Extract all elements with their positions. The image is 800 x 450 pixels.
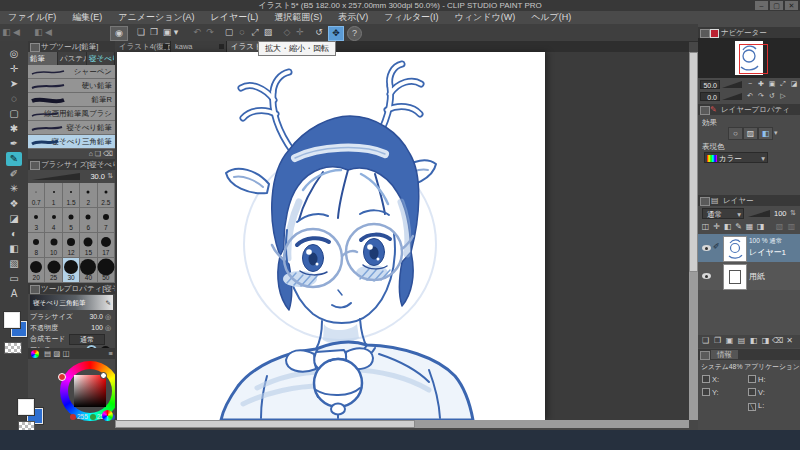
panel-collapse-icon[interactable] [30, 285, 40, 294]
brush-item[interactable]: 鉛筆R [28, 93, 115, 107]
tab-close-icon[interactable] [219, 44, 224, 49]
transform-button[interactable]: ⤢ [248, 26, 262, 39]
layer-opacity-value[interactable]: 100 [774, 209, 787, 218]
layer-name[interactable]: レイヤー1 [749, 247, 786, 258]
size-cell[interactable]: 12 [63, 233, 80, 258]
size-cell[interactable]: 8 [28, 233, 45, 258]
rotation-value[interactable]: 0.0 [700, 92, 720, 101]
reset-rotation-icon[interactable]: ↺ [767, 91, 777, 100]
visibility-eye-icon[interactable] [702, 245, 711, 251]
canvas-area[interactable] [115, 52, 689, 420]
lasso-select-button[interactable]: ◌ [235, 26, 249, 39]
help-button[interactable]: ? [347, 26, 362, 41]
pen-icon[interactable]: ✎ [106, 295, 111, 310]
color-tab-icon[interactable]: ▤ [44, 349, 51, 358]
brush-item-selected[interactable]: 寝そべり三角鉛筆 [28, 135, 115, 149]
brush-size-slider[interactable] [32, 173, 80, 180]
dock-collapse-icon[interactable]: ◧ [2, 26, 11, 39]
operation-tool-icon[interactable]: ➤ [6, 77, 22, 91]
clear-layer-icon[interactable]: ✕ [784, 335, 795, 346]
lock-layer-icon[interactable]: ▦ [744, 221, 755, 232]
brush-item[interactable]: 寝そべり鉛筆 [28, 121, 115, 135]
layer-name[interactable]: 用紙 [749, 271, 765, 282]
blend-mode-select[interactable]: 通常 [69, 334, 105, 345]
wand-tool-icon[interactable]: ✱ [6, 122, 22, 136]
pen-tool-icon[interactable]: ✒ [6, 137, 22, 151]
ruler-icon[interactable]: ▧ [774, 221, 785, 232]
new-layer-icon[interactable]: ❏ [700, 335, 711, 346]
checkbox-icon[interactable] [748, 388, 756, 396]
tab-close-icon[interactable] [163, 44, 168, 49]
size-cell[interactable]: 6 [80, 208, 97, 233]
airbrush-tool-icon[interactable]: ✳ [6, 182, 22, 196]
menu-selection[interactable]: 選択範囲(S) [266, 12, 330, 22]
size-cell[interactable]: 1.5 [63, 183, 80, 208]
magnifier-tool-icon[interactable]: ◎ [6, 47, 22, 61]
menu-edit[interactable]: 編集(E) [64, 12, 110, 22]
panel-collapse-icon[interactable] [700, 29, 710, 38]
lasso-tool-icon[interactable]: ◌ [6, 92, 22, 106]
blend-tool-icon[interactable]: ◐ [6, 227, 22, 241]
spinner-icon[interactable]: ⇅ [107, 172, 113, 180]
mask-icon[interactable]: ▥ [786, 221, 797, 232]
vertical-scrollbar[interactable] [689, 52, 698, 420]
tab-illust4[interactable]: イラスト4(復元)* [115, 41, 171, 52]
minimize-button[interactable]: – [755, 1, 768, 10]
subtool-tab-pencil[interactable]: 鉛筆 [28, 52, 58, 65]
zoom-in-icon[interactable]: ✚ [756, 79, 766, 88]
layer-row-layer1[interactable]: ✐ 100 % 通常 レイヤー1 [698, 234, 800, 263]
clip-mask-icon[interactable]: ◫ [700, 221, 711, 232]
text-tool-icon[interactable]: A [6, 287, 22, 301]
home-icon[interactable]: ⌂ [89, 150, 93, 157]
current-main-color[interactable] [18, 399, 34, 415]
pressure-icon[interactable]: ◎ [105, 312, 111, 322]
visibility-eye-icon[interactable] [702, 273, 711, 279]
delete-subtool-icon[interactable]: ⌫ [103, 150, 113, 157]
canvas-page[interactable] [117, 52, 545, 420]
size-cell[interactable]: 2.5 [98, 183, 115, 208]
size-cell[interactable]: 40 [80, 258, 97, 283]
dock-arrow2-icon[interactable]: ◀ [44, 26, 53, 39]
figure-tool-icon[interactable]: ▭ [6, 272, 22, 286]
size-cell[interactable]: 1 [45, 183, 62, 208]
subtool-tab-pastel[interactable]: パステル [58, 52, 87, 65]
brush-item[interactable]: 線画用鉛筆風ブラシ [28, 107, 115, 121]
panel-collapse-icon[interactable] [30, 43, 40, 52]
menu-view[interactable]: 表示(V) [330, 12, 376, 22]
layer-thumbnail[interactable] [723, 236, 747, 262]
tab-kawa[interactable]: kawa [171, 41, 227, 52]
draft-layer-icon[interactable]: ✎ [733, 221, 744, 232]
layer-color-icon[interactable]: ◧ [758, 127, 773, 140]
size-cell[interactable]: 2 [80, 183, 97, 208]
zoom-value[interactable]: 50.0 [700, 80, 720, 89]
color-wheel-tab-icon[interactable] [31, 350, 39, 358]
decoration-tool-icon[interactable]: ❖ [6, 197, 22, 211]
flip-icon[interactable]: ◪ [789, 79, 799, 88]
panel-collapse-icon[interactable] [700, 351, 710, 360]
zoom-slider[interactable] [722, 81, 742, 88]
eraser-tool-icon[interactable]: ◪ [6, 212, 22, 226]
layer-row-paper[interactable]: 用紙 [698, 262, 800, 291]
brush-item[interactable]: シャーペン [28, 65, 115, 79]
info-tab[interactable]: 情報 [711, 350, 738, 359]
layer-mask-icon[interactable]: ◧ [748, 335, 759, 346]
checkbox-icon[interactable] [702, 375, 710, 383]
size-cell[interactable]: 20 [28, 258, 45, 283]
expression-color-select[interactable]: カラー ▾ [704, 152, 768, 163]
panel-menu-icon[interactable]: ≡ [109, 348, 113, 359]
pressure-icon[interactable]: ◎ [105, 323, 111, 333]
size-cell[interactable]: 0.7 [28, 183, 45, 208]
size-cell[interactable]: 3 [28, 208, 45, 233]
color-tab-icon[interactable]: ◫ [62, 349, 69, 358]
open-file-button[interactable]: ❐ [147, 26, 161, 39]
layer-opacity-slider[interactable] [748, 210, 770, 217]
maximize-button[interactable]: ▢ [770, 1, 783, 10]
brush-item[interactable]: 硬い鉛筆 [28, 79, 115, 93]
tone-effect-icon[interactable]: ▨ [743, 127, 758, 140]
panel-collapse-icon[interactable] [30, 161, 40, 170]
size-cell[interactable]: 25 [45, 258, 62, 283]
menu-file[interactable]: ファイル(F) [0, 12, 64, 22]
selection-tool-icon[interactable]: ▢ [6, 107, 22, 121]
brush-tool-icon[interactable]: ✐ [6, 167, 22, 181]
gem-tool-icon[interactable]: ◇ [280, 26, 294, 39]
